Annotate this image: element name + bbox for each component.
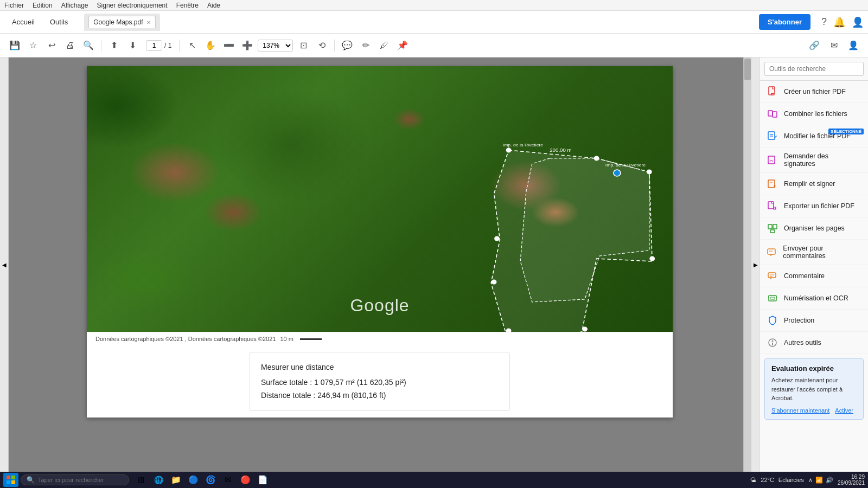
sidebar-search-input[interactable] (764, 62, 864, 76)
scrollbar-thumb[interactable] (744, 59, 751, 80)
right-panel-collapse[interactable]: ▶ (751, 57, 760, 472)
scrollbar[interactable] (743, 57, 751, 472)
protection-icon (767, 314, 778, 326)
main-area: ◀ (0, 57, 868, 472)
print-btn[interactable]: 🖨 (62, 37, 78, 54)
sidebar-item-commentaire[interactable]: Commentaire (760, 265, 868, 287)
svg-point-38 (772, 341, 774, 342)
eval-box: Evaluation expirée Achetez maintenant po… (764, 358, 864, 420)
taskbar-clock[interactable]: 16:29 26/09/2021 (838, 474, 865, 486)
user-avatar-icon[interactable]: 👤 (852, 16, 864, 28)
taskbar-app-mail[interactable]: ✉ (220, 473, 235, 487)
speaker-icon[interactable]: 🔊 (826, 477, 833, 484)
menu-fenetre[interactable]: Fenêtre (176, 2, 199, 9)
nav-area: Accueil Outils (4, 15, 75, 29)
eval-subscribe-link[interactable]: S'abonner maintenant (771, 407, 829, 414)
pdf-page: 200,00 m Imp. de la Rivetière Imp. de la… (87, 66, 673, 418)
search-btn[interactable]: 🔍 (80, 37, 97, 54)
toolbar-sep1 (101, 40, 101, 52)
pdf-tab[interactable]: Google Maps.pdf ✕ (88, 16, 155, 28)
comment-btn[interactable]: 💬 (339, 37, 355, 54)
nav-outils-btn[interactable]: Outils (42, 15, 75, 29)
signatures-icon (767, 154, 778, 166)
menu-affichage[interactable]: Affichage (61, 2, 88, 9)
expand-tray-icon[interactable]: ∧ (808, 477, 813, 484)
back-btn[interactable]: ↩ (43, 37, 60, 54)
menu-edition[interactable]: Edition (33, 2, 53, 9)
notification-icon[interactable]: 🔔 (833, 16, 845, 28)
subscribe-button[interactable]: S'abonner (759, 14, 810, 30)
svg-rect-20 (768, 132, 775, 139)
svg-rect-35 (769, 296, 776, 301)
sidebar-item-protection[interactable]: Protection (760, 310, 868, 332)
map-image: 200,00 m Imp. de la Rivetière Imp. de la… (87, 66, 673, 332)
taskbar-app-chrome2[interactable]: 🔴 (238, 473, 253, 487)
nav-accueil-btn[interactable]: Accueil (4, 15, 42, 29)
sidebar-item-signatures[interactable]: Demander des signatures (760, 147, 868, 173)
scroll-down-btn[interactable]: ⬇ (124, 37, 141, 54)
left-panel-collapse[interactable]: ◀ (0, 57, 9, 472)
eval-desc: Achetez maintenant pour restaurer l'accè… (771, 376, 857, 403)
svg-text:Imp. de la Rivetière: Imp. de la Rivetière (605, 162, 646, 168)
remplir-label: Remplir et signer (784, 180, 835, 188)
menu-signer[interactable]: Signer électroniquement (97, 2, 168, 9)
numerisation-icon (767, 292, 778, 304)
rotate-btn[interactable]: ⟲ (314, 37, 330, 54)
save-btn[interactable]: 💾 (7, 37, 23, 54)
sidebar-item-combiner[interactable]: Combiner les fichiers (760, 103, 868, 125)
exporter-label: Exporter un fichier PDF (784, 202, 854, 210)
left-collapse-icon: ◀ (2, 262, 7, 268)
pdf-scroll[interactable]: 200,00 m Imp. de la Rivetière Imp. de la… (9, 57, 751, 472)
taskbar-app-edge2[interactable]: 🌀 (203, 473, 218, 487)
stamp-btn[interactable]: 📌 (394, 37, 411, 54)
cursor-tool-btn[interactable]: ↖ (184, 37, 200, 54)
taskbar-app-chrome[interactable]: 🔵 (186, 473, 201, 487)
zoom-out-btn[interactable]: ➖ (221, 37, 237, 54)
help-icon[interactable]: ? (821, 16, 827, 28)
sidebar-item-autres[interactable]: Autres outils (760, 332, 868, 354)
network-icon[interactable]: 📶 (815, 477, 823, 484)
sidebar-item-exporter[interactable]: Exporter un fichier PDF (760, 195, 868, 217)
sidebar-item-creer-pdf[interactable]: PDF Créer un fichier PDF (760, 81, 868, 103)
svg-rect-26 (768, 202, 774, 209)
fit-page-btn[interactable]: ⊡ (295, 37, 311, 54)
menu-aide[interactable]: Aide (207, 2, 220, 9)
menu-fichier[interactable]: Fichier (4, 2, 24, 9)
taskbar-app-acrobat[interactable]: 📄 (255, 473, 270, 487)
taskbar-app-taskview[interactable]: ⊞ (133, 473, 149, 487)
eval-activate-link[interactable]: Activer (835, 407, 853, 414)
user-btn[interactable]: 👤 (845, 37, 861, 54)
sidebar-item-organiser[interactable]: Organiser les pages (760, 217, 868, 240)
page-nav: / 1 (146, 40, 171, 51)
zoom-select[interactable]: 137% 100% 75% 50% 150% 200% (258, 40, 293, 52)
scroll-up-btn[interactable]: ⬆ (106, 37, 122, 54)
polygon-overlay: 200,00 m Imp. de la Rivetière Imp. de la… (87, 66, 673, 332)
eval-links: S'abonner maintenant Activer (771, 407, 857, 414)
toolbar: 💾 ☆ ↩ 🖨 🔍 ⬆ ⬇ / 1 ↖ ✋ ➖ ➕ 137% 100% 75% … (0, 34, 868, 57)
sidebar-item-remplir[interactable]: Remplir et signer (760, 173, 868, 195)
zoom-in-btn[interactable]: ➕ (239, 37, 256, 54)
bookmark-btn[interactable]: ☆ (25, 37, 41, 54)
taskbar-search-input[interactable] (38, 477, 119, 483)
combiner-icon (767, 108, 778, 120)
hand-tool-btn[interactable]: ✋ (202, 37, 219, 54)
sidebar-item-numerisation[interactable]: Numérisation et OCR (760, 287, 868, 310)
sidebar-item-commentaires[interactable]: Envoyer pour commentaires (760, 240, 868, 265)
page-input[interactable] (146, 40, 162, 51)
sidebar-item-modifier[interactable]: Modifier le fichier PDF SÉLECTIONNÉ (760, 125, 868, 147)
taskbar-app-edge[interactable]: 🌐 (151, 473, 166, 487)
taskbar-search-icon: 🔍 (27, 476, 35, 484)
start-button[interactable] (3, 473, 18, 487)
pdf-area[interactable]: 200,00 m Imp. de la Rivetière Imp. de la… (9, 57, 751, 472)
svg-point-6 (583, 327, 588, 331)
pen-btn[interactable]: ✏ (358, 37, 374, 54)
highlight-btn[interactable]: 🖊 (376, 37, 392, 54)
mail-btn[interactable]: ✉ (826, 37, 842, 54)
taskbar-search-box[interactable]: 🔍 (21, 474, 129, 485)
surface-text: Surface totale : 1 079,57 m² (11 620,35 … (261, 376, 499, 389)
svg-rect-24 (768, 180, 775, 188)
taskbar-app-explorer[interactable]: 📁 (168, 473, 183, 487)
taskbar-sys-icons: ∧ 📶 🔊 (808, 477, 833, 484)
tab-close-icon[interactable]: ✕ (146, 20, 151, 25)
link-btn[interactable]: 🔗 (806, 37, 822, 54)
